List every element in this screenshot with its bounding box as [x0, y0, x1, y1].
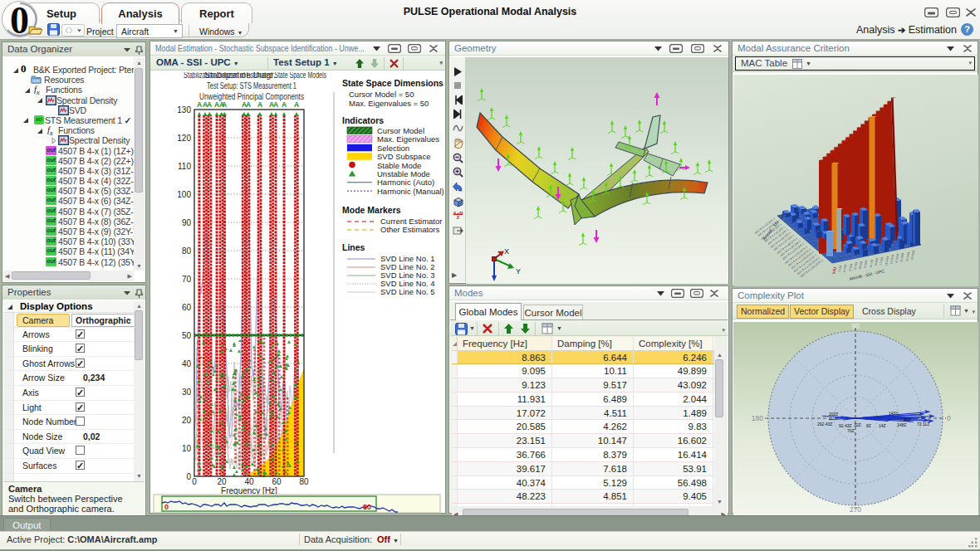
svg-text:0: 0: [186, 472, 191, 481]
svg-text:40: 40: [244, 477, 254, 486]
svg-text:Max. Eigenvalues: Max. Eigenvalues: [377, 134, 439, 144]
svg-text:20: 20: [217, 477, 227, 486]
svg-text:60: 60: [272, 477, 282, 486]
svg-text:180: 180: [752, 414, 763, 422]
svg-text:50: 50: [182, 331, 192, 340]
svg-text:30: 30: [182, 388, 192, 397]
svg-text:A: A: [273, 100, 278, 109]
svg-text:90: 90: [182, 218, 192, 227]
svg-text:Test Setup: STS Measurement 1: Test Setup: STS Measurement 1: [207, 81, 296, 90]
svg-text:0: 0: [164, 503, 169, 511]
svg-text:143Y: 143Y: [889, 411, 899, 416]
svg-text:14Z: 14Z: [879, 423, 886, 428]
svg-text:Stable Mode: Stable Mode: [377, 161, 421, 170]
svg-text:40: 40: [182, 359, 192, 368]
svg-text:Harmonic (Auto): Harmonic (Auto): [377, 178, 434, 187]
svg-text:A: A: [257, 100, 262, 109]
svg-text:SVD Line No. 5: SVD Line No. 5: [380, 287, 434, 296]
svg-text:Cursor Model = 50: Cursor Model = 50: [349, 90, 414, 99]
svg-text:148Z: 148Z: [897, 422, 906, 427]
svg-text:70: 70: [182, 275, 192, 284]
svg-text:70Z: 70Z: [847, 428, 855, 433]
svg-text:90: 90: [851, 322, 860, 330]
svg-text:A: A: [282, 100, 287, 109]
svg-text:10: 10: [182, 444, 192, 453]
svg-text:100: 100: [177, 190, 191, 199]
svg-text:110: 110: [178, 162, 191, 171]
svg-text:72.11Z: 72.11Z: [917, 422, 929, 427]
svg-text:32Z: 32Z: [854, 422, 861, 427]
svg-text:A: A: [246, 100, 251, 109]
svg-text:80: 80: [182, 246, 192, 256]
svg-text:46Z: 46Z: [904, 417, 911, 422]
svg-text:Mode Markers: Mode Markers: [342, 205, 401, 215]
svg-text:292.43Z: 292.43Z: [817, 422, 832, 427]
svg-text:X: X: [504, 247, 509, 256]
svg-text:Cursor Model: Cursor Model: [377, 126, 424, 135]
svg-text:0: 0: [947, 414, 951, 422]
svg-text:A: A: [294, 100, 299, 109]
svg-text:Frequency [Hz]: Frequency [Hz]: [221, 486, 277, 495]
svg-text:20: 20: [182, 416, 192, 425]
svg-text:State Space Dimensions: State Space Dimensions: [342, 78, 443, 88]
svg-text:80: 80: [363, 503, 371, 511]
svg-text:0: 0: [192, 477, 197, 486]
svg-text:A: A: [207, 100, 212, 109]
svg-text:Stabilization Diagr.: Stabilization Diagr.: [204, 72, 276, 80]
svg-text:Indicators: Indicators: [342, 115, 384, 125]
svg-text:Max. Eigenvalues = 50: Max. Eigenvalues = 50: [349, 99, 429, 108]
svg-text:Y: Y: [516, 267, 521, 276]
svg-text:A: A: [222, 100, 227, 109]
svg-text:A: A: [197, 100, 202, 109]
svg-text:80: 80: [299, 477, 309, 486]
svg-text:Selection: Selection: [377, 144, 409, 153]
svg-text:202Z: 202Z: [829, 412, 838, 417]
svg-text:270: 270: [850, 505, 861, 514]
svg-text:60: 60: [182, 303, 192, 312]
svg-text:Harmonic (Manual): Harmonic (Manual): [377, 187, 444, 196]
svg-text:120: 120: [177, 134, 191, 143]
svg-text:8Z: 8Z: [866, 423, 871, 428]
svg-text:Z: Z: [492, 283, 497, 284]
svg-text:Other Estimators: Other Estimators: [380, 225, 440, 234]
svg-text:Lines: Lines: [342, 242, 365, 252]
svg-text:130: 130: [177, 105, 191, 115]
